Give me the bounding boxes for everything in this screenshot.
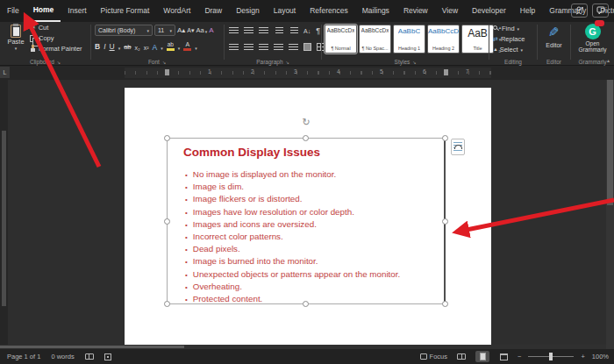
tab-layout[interactable]: Layout [267,1,303,21]
tab-mailings[interactable]: Mailings [355,1,396,21]
tab-home[interactable]: Home [26,0,61,22]
find-button[interactable]: Find ▾ [493,25,525,32]
group-clipboard: Paste ▾ ✂ Cut Copy Format Painter Clipbo… [0,22,90,66]
tab-picture-format-1[interactable]: Picture Format [94,1,157,21]
tab-view[interactable]: View [435,1,465,21]
resize-handle-bottom-left[interactable] [164,301,170,307]
indent-marker-right[interactable] [444,69,448,75]
share-button[interactable] [571,4,588,18]
paragraph-dialog-launcher[interactable]: ↘ [286,60,289,65]
resize-handle-top-center[interactable] [303,135,309,141]
cut-button[interactable]: ✂ Cut [30,24,82,32]
line-spacing-button[interactable] [289,44,298,51]
strikethrough-button[interactable]: ab [124,43,131,51]
text-effects-button[interactable]: A [153,45,158,51]
vertical-scrollbar[interactable] [606,80,614,349]
macro-record-icon[interactable] [104,353,111,360]
tab-insert[interactable]: Insert [61,1,93,21]
style-normal[interactable]: AaBbCcDx ¶ Normal [325,25,357,54]
read-mode-icon [457,353,466,360]
sort-icon[interactable]: A↓ [303,28,311,34]
resize-handle-bottom-right[interactable] [442,301,448,307]
highlight-button[interactable]: ab [167,41,175,51]
collapse-ribbon-icon[interactable]: ▴ [607,57,610,63]
paragraph-mark-icon[interactable]: ¶ [316,26,320,35]
zoom-percentage[interactable]: 100% [592,353,609,360]
open-grammarly-button[interactable]: G OpenGrammarly [571,24,614,53]
multilevel-list-button[interactable] [259,27,268,34]
zoom-out-button[interactable]: − [518,353,521,360]
replace-button[interactable]: ⇄ Replace [493,35,525,43]
list-item: Images have low resolution or color dept… [185,206,400,218]
tab-review[interactable]: Review [396,1,435,21]
read-mode-button[interactable] [454,351,468,362]
styles-dialog-launcher[interactable]: ↘ [412,60,416,65]
copy-button[interactable]: Copy [30,34,82,42]
style-heading-2[interactable]: AaBbCcD Heading 2 [427,25,460,54]
rotation-handle[interactable]: ↻ [301,117,311,127]
indent-marker-left[interactable] [165,69,169,75]
selected-text-box[interactable]: Common Display Issues No image is displa… [167,138,446,304]
shading-button[interactable] [303,43,311,51]
zoom-slider[interactable] [528,356,574,357]
tab-developer[interactable]: Developer [465,1,513,21]
paste-clipboard-icon [11,25,21,38]
resize-handle-mid-left[interactable] [164,218,170,225]
paste-button[interactable]: Paste ▾ [4,25,28,56]
zoom-in-button[interactable]: + [581,353,584,360]
cut-icon: ✂ [30,24,36,32]
align-right-button[interactable] [259,44,268,51]
caret-down-icon: ▾ [520,47,523,53]
resize-handle-mid-right[interactable] [442,218,448,225]
increase-indent-button[interactable] [290,27,298,34]
horizontal-scrollbar-thumb[interactable] [0,346,184,348]
tab-help[interactable]: Help [513,1,542,21]
print-layout-button[interactable] [475,351,489,362]
focus-button[interactable]: Focus [420,353,447,360]
align-center-button[interactable] [244,44,253,51]
tab-design[interactable]: Design [229,1,266,21]
tab-draw[interactable]: Draw [197,1,229,21]
shrink-font-button[interactable]: A▾ [187,27,194,34]
caret-down-icon: ▾ [195,46,197,51]
align-left-button[interactable] [229,44,239,51]
list-item: Image flickers or is distorted. [185,193,400,205]
change-case-button[interactable]: Aa▾ [196,26,208,34]
superscript-button[interactable]: x² [144,45,149,51]
font-size-combo[interactable]: 11 ▾ [154,25,175,36]
layout-options-button[interactable] [451,139,465,155]
vertical-scrollbar-thumb[interactable] [607,80,613,205]
justify-button[interactable] [274,44,283,51]
tab-file[interactable]: File [0,1,26,21]
font-color-button[interactable]: A [183,41,191,51]
resize-handle-bottom-center[interactable] [303,301,309,307]
italic-button[interactable]: I [104,42,105,51]
bold-button[interactable]: B [95,42,100,51]
font-name-combo[interactable]: Calibri (Body) ▾ [95,25,153,36]
numbering-button[interactable] [244,27,253,34]
word-count[interactable]: 0 words [51,353,74,360]
resize-handle-top-right[interactable] [442,135,448,141]
subscript-button[interactable]: x₂ [135,45,140,51]
proofing-icon[interactable] [85,353,94,360]
tab-stop-selector[interactable]: L [0,67,10,78]
tab-wordart[interactable]: WordArt [156,1,197,21]
style-heading-1[interactable]: AaBbC Heading 1 [393,25,425,54]
style-no-spacing[interactable]: AaBbCcDx ¶ No Spac... [359,25,391,54]
web-layout-button[interactable] [496,351,510,362]
grow-font-button[interactable]: A▴ [177,26,185,34]
clear-formatting-button[interactable]: A [209,26,213,34]
tab-references[interactable]: References [303,1,354,21]
select-button[interactable]: ▶ Select ▾ [493,46,525,54]
bullets-button[interactable] [229,27,239,34]
zoom-slider-thumb[interactable] [549,353,553,360]
resize-handle-top-left[interactable] [164,135,170,141]
decrease-indent-button[interactable] [275,27,283,34]
underline-button[interactable]: U [110,42,115,51]
clipboard-dialog-launcher[interactable]: ↘ [57,60,61,65]
document-page[interactable]: Common Display Issues No image is displa… [125,88,491,349]
editor-button[interactable]: ✎ Editor [538,25,570,48]
font-dialog-launcher[interactable]: ↘ [162,60,166,65]
page-indicator[interactable]: Page 1 of 1 [7,353,40,360]
comments-button[interactable] [592,4,609,18]
